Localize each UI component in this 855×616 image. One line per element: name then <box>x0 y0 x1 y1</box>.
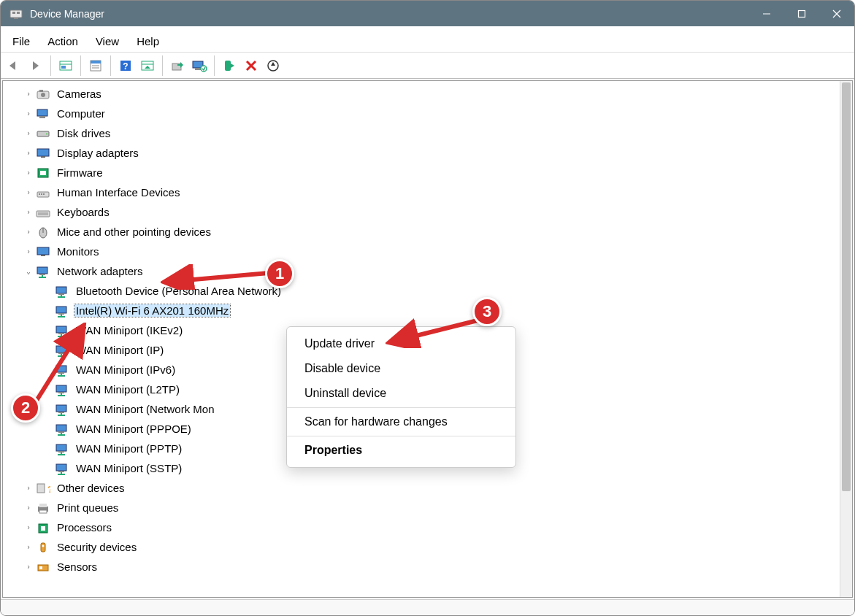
svg-rect-26 <box>195 68 201 70</box>
expand-toggle-icon[interactable]: › <box>22 563 35 571</box>
menu-help[interactable]: Help <box>128 32 168 50</box>
context-menu-item[interactable]: Disable device <box>287 356 515 381</box>
tree-category[interactable]: ›Disk drives <box>16 123 840 143</box>
menu-view[interactable]: View <box>87 32 128 50</box>
expand-toggle-icon[interactable]: › <box>22 247 35 255</box>
svg-rect-48 <box>43 193 45 195</box>
close-button[interactable] <box>819 1 854 26</box>
device-label: WAN Miniport (PPTP) <box>74 442 183 455</box>
expand-toggle-icon[interactable]: › <box>22 129 35 137</box>
expand-toggle-icon[interactable]: › <box>22 90 35 98</box>
svg-rect-28 <box>225 61 231 71</box>
category-label: Security devices <box>55 541 138 553</box>
properties-icon[interactable] <box>87 57 104 74</box>
scan-icon[interactable] <box>264 57 282 74</box>
network-icon <box>54 284 70 299</box>
forward-button[interactable] <box>27 57 45 74</box>
scan-hardware-icon[interactable] <box>139 57 156 74</box>
annotation-badge-1: 1 <box>265 259 294 288</box>
scrollbar-thumb[interactable] <box>842 82 851 491</box>
svg-rect-1 <box>12 12 15 14</box>
expand-toggle-icon[interactable]: ⌄ <box>22 267 35 275</box>
tree-category[interactable]: ›Display adapters <box>16 143 840 163</box>
mouse-icon <box>35 225 51 239</box>
network-icon <box>35 264 51 279</box>
svg-rect-14 <box>91 61 101 63</box>
tree-category[interactable]: ›Security devices <box>16 537 840 557</box>
category-label: Network adapters <box>55 265 145 277</box>
network-icon <box>54 422 70 436</box>
expand-toggle-icon[interactable]: › <box>22 208 35 216</box>
tree-device[interactable]: Bluetooth Device (Personal Area Network) <box>16 281 840 301</box>
expand-toggle-icon[interactable]: › <box>22 504 35 512</box>
hid-icon <box>35 185 51 200</box>
svg-point-40 <box>46 133 47 134</box>
context-menu-item[interactable]: Properties <box>287 438 515 463</box>
svg-rect-55 <box>41 255 45 256</box>
disable-device-icon[interactable] <box>191 57 208 74</box>
device-label: WAN Miniport (Network Mon <box>74 403 215 415</box>
menu-action[interactable]: Action <box>39 32 87 50</box>
expand-toggle-icon[interactable]: › <box>22 109 35 118</box>
svg-rect-89 <box>58 431 64 433</box>
svg-rect-100 <box>37 484 45 493</box>
keyboard-icon <box>35 205 51 220</box>
context-menu-item[interactable]: Update driver <box>287 331 515 356</box>
tree-category[interactable]: ›Monitors <box>16 242 840 261</box>
tree-device[interactable]: Intel(R) Wi-Fi 6 AX201 160MHz <box>16 301 840 320</box>
titlebar: Device Manager <box>1 1 854 26</box>
svg-rect-56 <box>37 267 47 274</box>
tree-category[interactable]: ›Print queues <box>16 498 840 517</box>
expand-toggle-icon[interactable]: › <box>22 149 35 157</box>
expand-toggle-icon[interactable]: › <box>22 543 35 551</box>
computer-icon <box>35 107 51 121</box>
show-hidden-icon[interactable] <box>57 57 74 74</box>
uninstall-device-icon[interactable] <box>242 57 260 74</box>
back-button[interactable] <box>5 57 23 74</box>
expand-toggle-icon[interactable]: › <box>22 523 35 531</box>
svg-text:?: ? <box>123 61 128 72</box>
svg-rect-61 <box>58 293 64 295</box>
category-label: Human Interface Devices <box>55 186 181 199</box>
tree-category[interactable]: ›Sensors <box>16 557 840 577</box>
network-icon <box>54 343 70 358</box>
svg-marker-33 <box>271 62 275 66</box>
help-icon[interactable]: ? <box>117 57 134 74</box>
annotation-badge-3: 3 <box>472 297 502 326</box>
network-icon <box>54 363 70 377</box>
category-label: Cameras <box>55 88 103 100</box>
expand-toggle-icon[interactable]: › <box>22 228 35 236</box>
tree-category[interactable]: ›Keyboards <box>16 202 840 222</box>
tree-category[interactable]: ›Cameras <box>16 84 840 104</box>
tree-category[interactable]: ⌄Network adapters <box>16 261 840 281</box>
context-menu-item[interactable]: Scan for hardware changes <box>287 409 515 434</box>
tree-category[interactable]: ›Human Interface Devices <box>16 182 840 202</box>
category-label: Disk drives <box>55 127 112 139</box>
expand-toggle-icon[interactable]: › <box>22 188 35 196</box>
category-label: Processors <box>55 521 113 534</box>
context-menu-item[interactable]: Uninstall device <box>287 381 515 406</box>
expand-toggle-icon[interactable]: › <box>22 484 35 492</box>
svg-marker-8 <box>9 61 15 70</box>
tree-category[interactable]: ›Processors <box>16 517 840 537</box>
tree-category[interactable]: ›Computer <box>16 104 840 123</box>
update-driver-icon[interactable] <box>169 57 186 74</box>
maximize-button[interactable] <box>784 1 819 26</box>
tree-category[interactable]: ›?Other devices <box>16 478 840 498</box>
firmware-icon <box>35 166 51 180</box>
tree-category[interactable]: ›Firmware <box>16 163 840 182</box>
annotation-badge-2: 2 <box>11 393 40 423</box>
minimize-button[interactable] <box>749 1 784 26</box>
enable-device-icon[interactable] <box>221 57 238 74</box>
expand-toggle-icon[interactable]: › <box>22 169 35 177</box>
toolbar-separator <box>80 55 81 76</box>
svg-rect-73 <box>58 353 64 354</box>
tree-category[interactable]: ›Mice and other pointing devices <box>16 222 840 242</box>
disk-icon <box>35 126 51 141</box>
svg-rect-47 <box>41 193 42 195</box>
sensor-icon <box>35 560 51 574</box>
svg-rect-88 <box>56 425 66 431</box>
menu-file[interactable]: File <box>4 32 39 50</box>
vertical-scrollbar[interactable] <box>840 81 852 597</box>
svg-rect-110 <box>39 566 42 569</box>
